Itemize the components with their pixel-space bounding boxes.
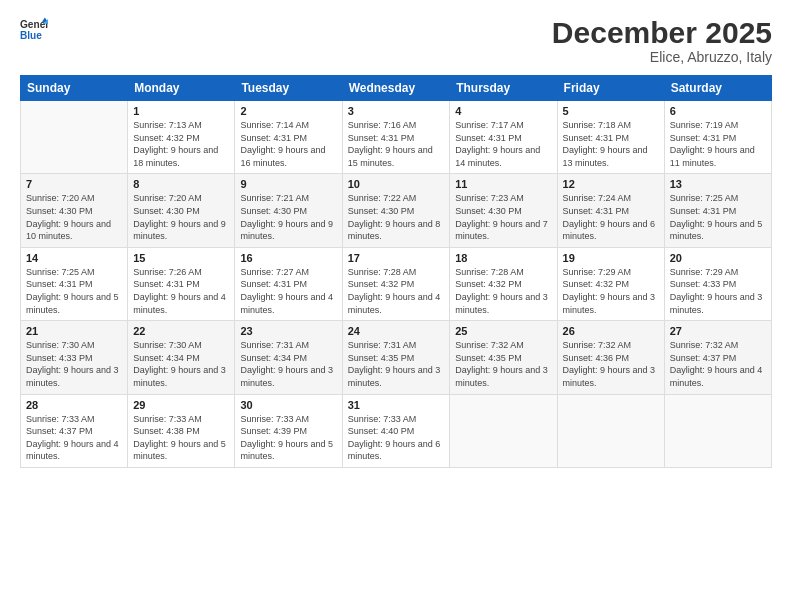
month-title: December 2025 [552,16,772,49]
day-info: Sunrise: 7:28 AMSunset: 4:32 PMDaylight:… [348,266,445,316]
day-info: Sunrise: 7:27 AMSunset: 4:31 PMDaylight:… [240,266,336,316]
day-number: 30 [240,399,336,411]
day-info: Sunrise: 7:20 AMSunset: 4:30 PMDaylight:… [26,192,122,242]
calendar-week-row: 1Sunrise: 7:13 AMSunset: 4:32 PMDaylight… [21,101,772,174]
calendar-day-cell: 4Sunrise: 7:17 AMSunset: 4:31 PMDaylight… [450,101,557,174]
col-wednesday: Wednesday [342,76,450,101]
logo-icon: General Blue [20,16,48,44]
calendar-day-cell: 7Sunrise: 7:20 AMSunset: 4:30 PMDaylight… [21,174,128,247]
calendar-day-cell: 9Sunrise: 7:21 AMSunset: 4:30 PMDaylight… [235,174,342,247]
day-number: 31 [348,399,445,411]
calendar-day-cell: 12Sunrise: 7:24 AMSunset: 4:31 PMDayligh… [557,174,664,247]
day-number: 12 [563,178,659,190]
col-monday: Monday [128,76,235,101]
calendar-day-cell: 30Sunrise: 7:33 AMSunset: 4:39 PMDayligh… [235,394,342,467]
col-thursday: Thursday [450,76,557,101]
day-info: Sunrise: 7:22 AMSunset: 4:30 PMDaylight:… [348,192,445,242]
day-info: Sunrise: 7:20 AMSunset: 4:30 PMDaylight:… [133,192,229,242]
day-number: 7 [26,178,122,190]
day-info: Sunrise: 7:33 AMSunset: 4:37 PMDaylight:… [26,413,122,463]
day-info: Sunrise: 7:25 AMSunset: 4:31 PMDaylight:… [26,266,122,316]
day-number: 18 [455,252,551,264]
col-tuesday: Tuesday [235,76,342,101]
day-number: 16 [240,252,336,264]
calendar-week-row: 21Sunrise: 7:30 AMSunset: 4:33 PMDayligh… [21,321,772,394]
col-saturday: Saturday [664,76,771,101]
day-info: Sunrise: 7:32 AMSunset: 4:36 PMDaylight:… [563,339,659,389]
calendar-day-cell: 10Sunrise: 7:22 AMSunset: 4:30 PMDayligh… [342,174,450,247]
calendar-day-cell: 5Sunrise: 7:18 AMSunset: 4:31 PMDaylight… [557,101,664,174]
day-number: 3 [348,105,445,117]
col-sunday: Sunday [21,76,128,101]
day-number: 20 [670,252,766,264]
calendar-header-row: Sunday Monday Tuesday Wednesday Thursday… [21,76,772,101]
day-info: Sunrise: 7:16 AMSunset: 4:31 PMDaylight:… [348,119,445,169]
day-number: 11 [455,178,551,190]
day-number: 8 [133,178,229,190]
calendar-day-cell [664,394,771,467]
title-block: December 2025 Elice, Abruzzo, Italy [552,16,772,65]
day-info: Sunrise: 7:13 AMSunset: 4:32 PMDaylight:… [133,119,229,169]
calendar-day-cell: 16Sunrise: 7:27 AMSunset: 4:31 PMDayligh… [235,247,342,320]
day-number: 4 [455,105,551,117]
day-info: Sunrise: 7:29 AMSunset: 4:33 PMDaylight:… [670,266,766,316]
calendar-day-cell: 8Sunrise: 7:20 AMSunset: 4:30 PMDaylight… [128,174,235,247]
calendar-day-cell: 24Sunrise: 7:31 AMSunset: 4:35 PMDayligh… [342,321,450,394]
location: Elice, Abruzzo, Italy [552,49,772,65]
day-number: 23 [240,325,336,337]
day-info: Sunrise: 7:32 AMSunset: 4:35 PMDaylight:… [455,339,551,389]
day-number: 24 [348,325,445,337]
calendar-day-cell: 18Sunrise: 7:28 AMSunset: 4:32 PMDayligh… [450,247,557,320]
calendar-day-cell: 25Sunrise: 7:32 AMSunset: 4:35 PMDayligh… [450,321,557,394]
header: General Blue December 2025 Elice, Abruzz… [20,16,772,65]
day-number: 9 [240,178,336,190]
day-info: Sunrise: 7:25 AMSunset: 4:31 PMDaylight:… [670,192,766,242]
day-info: Sunrise: 7:33 AMSunset: 4:40 PMDaylight:… [348,413,445,463]
day-number: 26 [563,325,659,337]
day-number: 25 [455,325,551,337]
calendar-day-cell: 3Sunrise: 7:16 AMSunset: 4:31 PMDaylight… [342,101,450,174]
day-info: Sunrise: 7:17 AMSunset: 4:31 PMDaylight:… [455,119,551,169]
calendar-day-cell: 23Sunrise: 7:31 AMSunset: 4:34 PMDayligh… [235,321,342,394]
day-number: 22 [133,325,229,337]
day-info: Sunrise: 7:31 AMSunset: 4:35 PMDaylight:… [348,339,445,389]
day-number: 28 [26,399,122,411]
logo: General Blue [20,16,48,44]
day-number: 14 [26,252,122,264]
day-info: Sunrise: 7:19 AMSunset: 4:31 PMDaylight:… [670,119,766,169]
calendar-day-cell: 13Sunrise: 7:25 AMSunset: 4:31 PMDayligh… [664,174,771,247]
calendar-day-cell: 28Sunrise: 7:33 AMSunset: 4:37 PMDayligh… [21,394,128,467]
calendar-day-cell: 26Sunrise: 7:32 AMSunset: 4:36 PMDayligh… [557,321,664,394]
day-info: Sunrise: 7:31 AMSunset: 4:34 PMDaylight:… [240,339,336,389]
day-info: Sunrise: 7:23 AMSunset: 4:30 PMDaylight:… [455,192,551,242]
calendar-day-cell: 19Sunrise: 7:29 AMSunset: 4:32 PMDayligh… [557,247,664,320]
day-number: 10 [348,178,445,190]
day-info: Sunrise: 7:33 AMSunset: 4:38 PMDaylight:… [133,413,229,463]
day-info: Sunrise: 7:18 AMSunset: 4:31 PMDaylight:… [563,119,659,169]
day-info: Sunrise: 7:26 AMSunset: 4:31 PMDaylight:… [133,266,229,316]
day-number: 1 [133,105,229,117]
day-info: Sunrise: 7:33 AMSunset: 4:39 PMDaylight:… [240,413,336,463]
day-info: Sunrise: 7:14 AMSunset: 4:31 PMDaylight:… [240,119,336,169]
calendar-day-cell: 6Sunrise: 7:19 AMSunset: 4:31 PMDaylight… [664,101,771,174]
day-info: Sunrise: 7:21 AMSunset: 4:30 PMDaylight:… [240,192,336,242]
calendar-day-cell [21,101,128,174]
calendar-day-cell: 27Sunrise: 7:32 AMSunset: 4:37 PMDayligh… [664,321,771,394]
svg-text:Blue: Blue [20,30,42,41]
calendar-day-cell: 22Sunrise: 7:30 AMSunset: 4:34 PMDayligh… [128,321,235,394]
day-number: 29 [133,399,229,411]
calendar-table: Sunday Monday Tuesday Wednesday Thursday… [20,75,772,468]
calendar-day-cell: 15Sunrise: 7:26 AMSunset: 4:31 PMDayligh… [128,247,235,320]
calendar-day-cell: 29Sunrise: 7:33 AMSunset: 4:38 PMDayligh… [128,394,235,467]
day-info: Sunrise: 7:24 AMSunset: 4:31 PMDaylight:… [563,192,659,242]
calendar-day-cell: 2Sunrise: 7:14 AMSunset: 4:31 PMDaylight… [235,101,342,174]
day-info: Sunrise: 7:30 AMSunset: 4:34 PMDaylight:… [133,339,229,389]
calendar-day-cell: 31Sunrise: 7:33 AMSunset: 4:40 PMDayligh… [342,394,450,467]
day-number: 6 [670,105,766,117]
calendar-week-row: 7Sunrise: 7:20 AMSunset: 4:30 PMDaylight… [21,174,772,247]
col-friday: Friday [557,76,664,101]
calendar-day-cell: 11Sunrise: 7:23 AMSunset: 4:30 PMDayligh… [450,174,557,247]
calendar-week-row: 28Sunrise: 7:33 AMSunset: 4:37 PMDayligh… [21,394,772,467]
day-info: Sunrise: 7:28 AMSunset: 4:32 PMDaylight:… [455,266,551,316]
calendar-day-cell: 21Sunrise: 7:30 AMSunset: 4:33 PMDayligh… [21,321,128,394]
